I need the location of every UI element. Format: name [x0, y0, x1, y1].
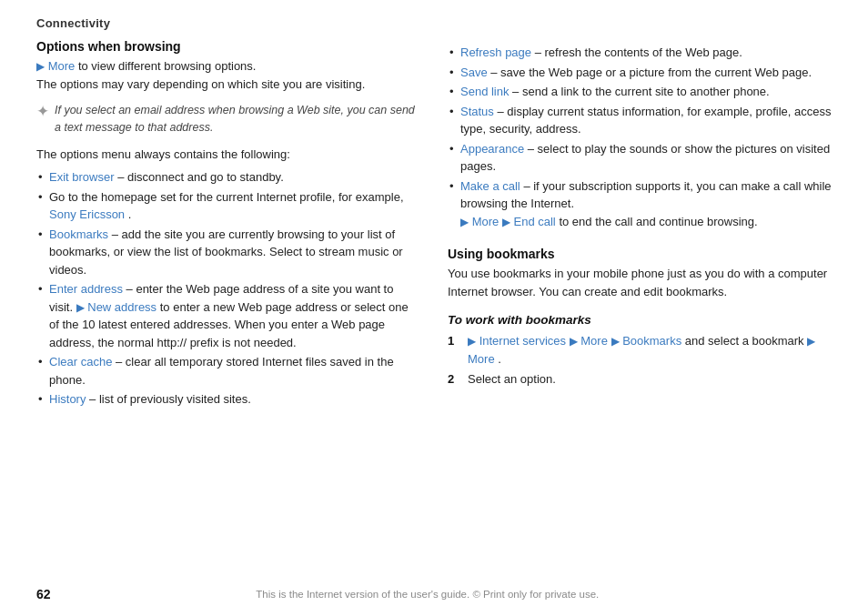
arrow-icon-5: ▶	[468, 335, 476, 348]
bookmarks-link: Bookmarks	[49, 227, 108, 241]
enter-address-link: Enter address	[49, 282, 123, 296]
list-item: Exit browser – disconnect and go to stan…	[36, 168, 420, 187]
end-call-rest: to end the call and continue browsing.	[559, 215, 757, 228]
status-link: Status	[460, 105, 494, 118]
to-work-with-bookmarks-title: To work with bookmarks	[448, 313, 832, 327]
steps-list: 1 ▶ Internet services ▶ More ▶ Bookmarks…	[448, 332, 832, 389]
footer-note: This is the Internet version of the user…	[51, 589, 804, 600]
step-2: 2 Select an option.	[448, 370, 832, 389]
save-rest: – save the Web page or a picture from th…	[490, 66, 812, 79]
step-num-2: 2	[448, 370, 460, 389]
send-link-rest: – send a link to the current site to ano…	[512, 85, 770, 98]
history-rest: – list of previously visited sites.	[89, 392, 251, 406]
arrow-icon-7: ▶	[611, 335, 620, 348]
tip-text: If you select an email address when brow…	[55, 102, 420, 136]
clear-cache-link: Clear cache	[49, 355, 112, 369]
list-item: Save – save the Web page or a picture fr…	[448, 64, 832, 82]
two-col-layout: Options when browsing ▶ More to view dif…	[36, 39, 832, 413]
make-a-call-link: Make a call	[460, 179, 520, 193]
list-item: Send link – send a link to the current s…	[448, 83, 832, 101]
list-item: Make a call – if your subscription suppo…	[448, 177, 832, 231]
intro-text-1-rest: to view different browsing options.The o…	[36, 59, 365, 91]
options-when-browsing-title: Options when browsing	[36, 39, 420, 54]
left-column: Options when browsing ▶ More to view dif…	[36, 39, 420, 413]
step-1: 1 ▶ Internet services ▶ More ▶ Bookmarks…	[448, 332, 832, 368]
list-item: Bookmarks – add the site you are current…	[36, 226, 420, 279]
step-2-text: Select an option.	[468, 370, 556, 389]
right-column: Refresh page – refresh the contents of t…	[448, 39, 832, 413]
list-item: Status – display current status informat…	[448, 103, 832, 138]
sony-ericsson-link: Sony Ericsson	[49, 207, 125, 221]
arrow-icon-6: ▶	[570, 335, 578, 348]
list-item: Clear cache – clear all temporary stored…	[36, 353, 420, 389]
send-link-link: Send link	[460, 85, 509, 98]
appearance-link: Appearance	[460, 142, 524, 156]
status-rest: – display current status information, fo…	[460, 105, 832, 136]
homepage-text: Go to the homepage set for the current I…	[49, 190, 404, 204]
using-bookmarks-body: You use bookmarks in your mobile phone j…	[448, 265, 832, 300]
list-item: Enter address – enter the Web page addre…	[36, 280, 420, 351]
step-num-1: 1	[448, 332, 460, 368]
period: .	[128, 207, 132, 221]
bookmarks-link-2: Bookmarks	[622, 334, 681, 348]
page-number: 62	[36, 587, 51, 601]
intro-text-1: ▶ More to view different browsing option…	[36, 57, 420, 93]
new-address-link: New address	[87, 300, 156, 314]
footer-bar: 62 This is the Internet version of the u…	[0, 587, 868, 601]
internet-services-link: Internet services	[479, 334, 566, 348]
left-bullet-list: Exit browser – disconnect and go to stan…	[36, 168, 420, 409]
tip-box: ✦ If you select an email address when br…	[36, 102, 420, 136]
arrow-icon-2: ▶	[76, 301, 85, 314]
refresh-rest: – refresh the contents of the Web page.	[535, 45, 742, 59]
options-intro-text: The options menu always contains the fol…	[36, 146, 420, 164]
list-item: Refresh page – refresh the contents of t…	[448, 44, 832, 62]
more-link: More	[48, 59, 76, 73]
more-link-4: More	[468, 352, 495, 366]
arrow-icon-8: ▶	[807, 335, 815, 348]
step-1-period: .	[498, 352, 501, 366]
more-link-3: More	[580, 334, 608, 348]
tip-icon: ✦	[36, 102, 49, 121]
right-bullet-list: Refresh page – refresh the contents of t…	[448, 44, 832, 230]
list-item: History – list of previously visited sit…	[36, 390, 420, 409]
history-link: History	[49, 392, 86, 406]
arrow-icon-3: ▶	[460, 216, 469, 228]
end-call-link: End call	[514, 215, 556, 228]
step-1-text: ▶ Internet services ▶ More ▶ Bookmarks a…	[468, 332, 832, 368]
using-bookmarks-title: Using bookmarks	[448, 247, 832, 261]
list-item: Appearance – select to play the sounds o…	[448, 140, 832, 176]
connectivity-header: Connectivity	[36, 16, 832, 30]
save-link: Save	[460, 66, 488, 79]
exit-browser-link: Exit browser	[49, 170, 115, 184]
arrow-icon-4: ▶	[502, 216, 510, 228]
arrow-icon: ▶	[36, 60, 45, 73]
exit-browser-rest: – disconnect and go to standby.	[117, 170, 284, 184]
refresh-page-link: Refresh page	[460, 45, 531, 59]
page-wrapper: Connectivity Options when browsing ▶ Mor…	[0, 0, 868, 616]
list-item: Go to the homepage set for the current I…	[36, 188, 420, 224]
more-link-2: More	[472, 215, 500, 228]
step-1-and: and select a bookmark	[685, 334, 807, 348]
